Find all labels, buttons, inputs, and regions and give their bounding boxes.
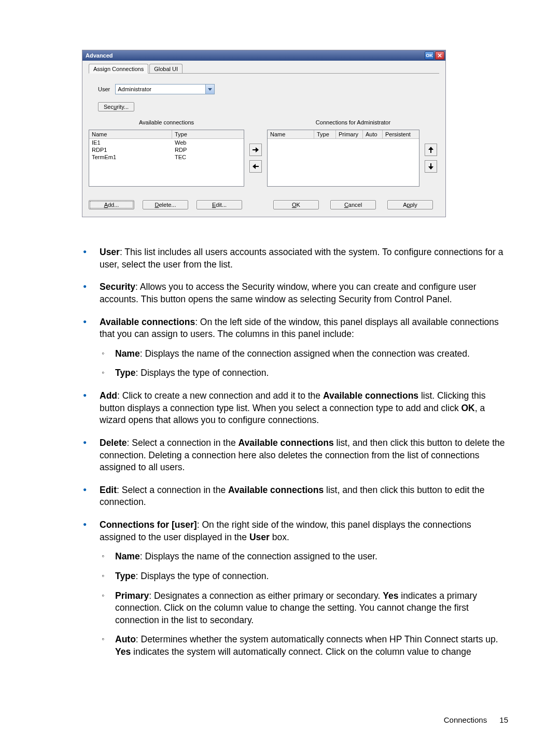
list-item: Auto: Determines whether the system auto… <box>100 634 508 658</box>
close-icon[interactable] <box>435 51 444 60</box>
edit-button[interactable]: Edit... <box>197 200 242 209</box>
tab-global-ui[interactable]: Global UI <box>149 64 183 73</box>
page-number: 15 <box>499 715 508 724</box>
user-combobox-value: Administrator <box>116 85 205 94</box>
list-item: Security: Allows you to access the Secur… <box>82 281 508 305</box>
list-item: User: This list includes all users accou… <box>82 246 508 271</box>
col-name[interactable]: Name <box>268 130 314 138</box>
titlebar: Advanced OK <box>82 50 445 61</box>
apply-button[interactable]: Apply <box>387 200 433 209</box>
ok-button[interactable]: OK <box>273 200 319 209</box>
list-item: Add: Click to create a new connection an… <box>82 390 508 427</box>
security-button[interactable]: Security... <box>98 102 134 111</box>
move-up-button[interactable] <box>425 144 437 156</box>
col-primary[interactable]: Primary <box>336 130 363 138</box>
col-persistent[interactable]: Persistent <box>383 130 419 138</box>
assigned-connections-list[interactable]: Name Type Primary Auto Persistent <box>267 130 419 187</box>
window-title: Advanced <box>86 52 113 59</box>
list-item: Type: Displays the type of connection. <box>100 367 508 379</box>
advanced-dialog: Advanced OK Assign Connections Global UI… <box>82 50 446 217</box>
col-type[interactable]: Type <box>314 130 336 138</box>
col-type[interactable]: Type <box>172 130 244 138</box>
tabstrip: Assign Connections Global UI <box>89 62 439 74</box>
chevron-down-icon[interactable] <box>205 85 214 94</box>
user-combobox[interactable]: Administrator <box>115 84 215 94</box>
list-item: Edit: Select a connection in the Availab… <box>82 484 508 509</box>
list-item: Available connections: On the left side … <box>82 316 508 380</box>
user-label: User <box>98 86 110 92</box>
add-button[interactable]: Add... <box>89 200 134 209</box>
list-item[interactable]: IE1 Web <box>89 139 244 146</box>
col-auto[interactable]: Auto <box>363 130 383 138</box>
list-item[interactable]: TermEm1 TEC <box>89 153 244 161</box>
list-item: Type: Displays the type of connection. <box>100 570 508 583</box>
doc-body: User: This list includes all users accou… <box>82 246 508 658</box>
col-name[interactable]: Name <box>89 130 172 138</box>
move-right-button[interactable] <box>249 144 262 156</box>
ok-titlebar-button[interactable]: OK <box>425 51 434 60</box>
available-connections-title: Available connections <box>89 119 244 125</box>
move-down-button[interactable] <box>425 160 437 173</box>
section-name: Connections <box>444 715 487 724</box>
list-item[interactable]: RDP1 RDP <box>89 146 244 153</box>
delete-button[interactable]: Delete... <box>143 200 188 209</box>
tab-assign-connections[interactable]: Assign Connections <box>89 64 148 74</box>
assigned-connections-title: Connections for Administrator <box>267 119 439 125</box>
list-item: Primary: Designates a connection as eith… <box>100 590 508 627</box>
available-connections-list[interactable]: Name Type IE1 Web RDP1 RDP TermEm1 TEC <box>89 130 244 187</box>
list-item: Name: Displays the name of the connectio… <box>100 348 508 360</box>
list-item: Delete: Select a connection in the Avail… <box>82 437 508 474</box>
list-item: Connections for [user]: On the right sid… <box>82 519 508 658</box>
cancel-button[interactable]: Cancel <box>330 200 376 209</box>
list-item: Name: Displays the name of the connectio… <box>100 551 508 563</box>
page-footer: Connections 15 <box>444 715 508 724</box>
move-left-button[interactable] <box>249 160 262 173</box>
